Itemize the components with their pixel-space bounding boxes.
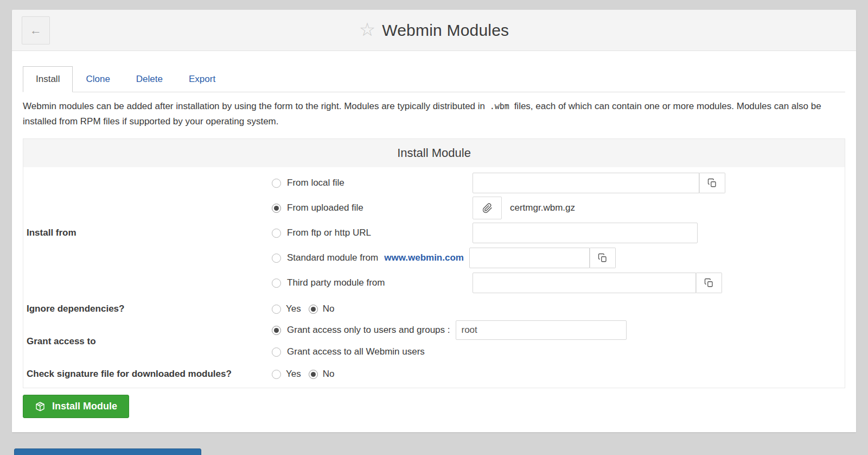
radio-ignore-no-label: No xyxy=(323,304,335,314)
main-content: Install Clone Delete Export Webmin modul… xyxy=(12,66,856,418)
radio-uploaded-file[interactable] xyxy=(272,204,281,213)
install-module-panel: Install Module Install from From local f… xyxy=(23,138,845,388)
option-third-party: Third party module from xyxy=(272,270,841,295)
radio-signature-no[interactable] xyxy=(309,370,318,379)
install-from-label: Install from xyxy=(27,170,272,295)
window-header: ← ☆ Webmin Modules xyxy=(12,10,856,51)
radio-standard-module-label: Standard module from xyxy=(287,252,378,263)
package-icon xyxy=(35,401,46,412)
grant-access-label: Grant access to xyxy=(27,317,272,366)
radio-grant-all-label: Grant access to all Webmin users xyxy=(287,346,425,357)
grant-access-option-all: Grant access to all Webmin users xyxy=(272,341,841,363)
ftp-url-input[interactable] xyxy=(473,223,698,243)
install-module-button-label: Install Module xyxy=(52,401,117,412)
local-file-chooser-button[interactable] xyxy=(699,173,725,193)
description-code: .wbm xyxy=(488,102,512,111)
radio-signature-no-label: No xyxy=(323,369,335,380)
install-from-options: From local file xyxy=(272,170,841,295)
install-module-button[interactable]: Install Module xyxy=(23,395,129,418)
tab-install[interactable]: Install xyxy=(23,66,73,92)
radio-signature-yes[interactable] xyxy=(272,370,281,379)
webmin-com-link[interactable]: www.webmin.com xyxy=(384,252,464,263)
standard-module-input[interactable] xyxy=(469,248,590,268)
radio-local-file[interactable] xyxy=(272,179,281,188)
radio-ignore-yes[interactable] xyxy=(272,305,281,314)
webmin-modules-window: ← ☆ Webmin Modules Install Clone Delete … xyxy=(12,10,856,432)
copy-files-icon xyxy=(707,178,717,188)
radio-ignore-yes-label: Yes xyxy=(286,304,301,314)
tab-export[interactable]: Export xyxy=(176,66,228,92)
radio-ftp-url[interactable] xyxy=(272,229,281,238)
radio-ignore-no[interactable] xyxy=(309,305,318,314)
panel-body: Install from From local file xyxy=(23,167,845,388)
ignore-dependencies-options: Yes No xyxy=(272,301,841,317)
description-part1: Webmin modules can be added after instal… xyxy=(23,101,485,111)
third-party-chooser-button[interactable] xyxy=(696,273,722,293)
back-button[interactable]: ← xyxy=(22,16,50,45)
check-signature-options: Yes No xyxy=(272,366,841,382)
option-uploaded-file: From uploaded file certmgr.wbm.gz xyxy=(272,195,841,220)
paperclip-icon xyxy=(482,203,493,213)
tab-delete[interactable]: Delete xyxy=(123,66,176,92)
grant-users-input[interactable] xyxy=(456,320,627,340)
copy-files-icon xyxy=(704,278,714,288)
install-from-row: Install from From local file xyxy=(27,170,841,295)
local-file-input[interactable] xyxy=(473,173,699,193)
grant-access-row: Grant access to Grant access only to use… xyxy=(27,317,841,366)
option-ftp-url: From ftp or http URL xyxy=(272,220,841,245)
radio-grant-all[interactable] xyxy=(272,347,281,357)
grant-access-option-users: Grant access only to users and groups : xyxy=(272,319,841,341)
radio-standard-module[interactable] xyxy=(272,254,281,263)
radio-signature-yes-label: Yes xyxy=(286,369,301,380)
radio-grant-users[interactable] xyxy=(272,326,281,335)
radio-uploaded-file-label: From uploaded file xyxy=(287,203,363,213)
check-signature-row: Check signature file for downloaded modu… xyxy=(27,366,841,382)
star-icon: ☆ xyxy=(359,20,375,39)
back-arrow-icon: ← xyxy=(30,23,42,37)
radio-grant-users-label: Grant access only to users and groups : xyxy=(287,325,450,336)
radio-local-file-label: From local file xyxy=(287,178,344,188)
option-standard-module: Standard module from www.webmin.com xyxy=(272,245,841,270)
tab-bar: Install Clone Delete Export xyxy=(23,66,845,92)
page-title: Webmin Modules xyxy=(382,21,509,40)
ignore-dependencies-row: Ignore dependencies? Yes No xyxy=(27,301,841,317)
standard-module-chooser-button[interactable] xyxy=(590,248,616,268)
install-description: Webmin modules can be added after instal… xyxy=(23,99,845,129)
upload-file-button[interactable] xyxy=(473,197,502,219)
radio-third-party[interactable] xyxy=(272,279,281,288)
check-signature-label: Check signature file for downloaded modu… xyxy=(27,366,272,382)
copy-files-icon xyxy=(598,253,608,263)
uploaded-file-name: certmgr.wbm.gz xyxy=(510,203,575,213)
tab-clone[interactable]: Clone xyxy=(73,66,123,92)
title-area: ☆ Webmin Modules xyxy=(12,10,856,50)
panel-title: Install Module xyxy=(23,139,845,167)
return-to-webmin-config-button[interactable]: Return to Webmin configuration xyxy=(14,448,201,455)
radio-third-party-label: Third party module from xyxy=(287,277,385,288)
option-local-file: From local file xyxy=(272,170,841,195)
ignore-dependencies-label: Ignore dependencies? xyxy=(27,301,272,317)
radio-ftp-url-label: From ftp or http URL xyxy=(287,228,371,238)
third-party-input[interactable] xyxy=(473,273,696,293)
